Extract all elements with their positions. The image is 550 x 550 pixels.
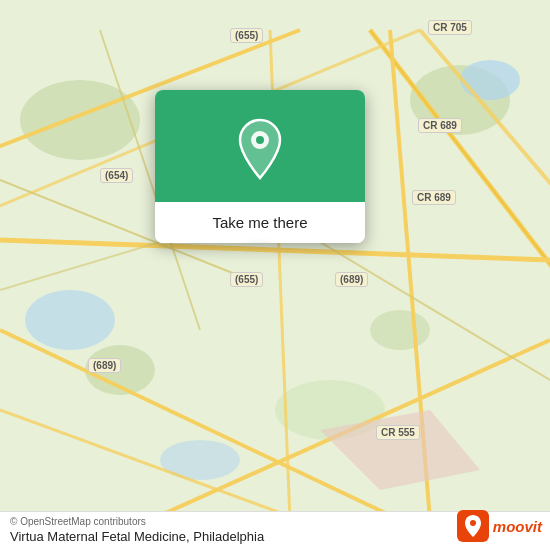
svg-point-3 [460, 60, 520, 100]
svg-point-4 [25, 290, 115, 350]
road-label-689-mid: (689) [335, 272, 368, 287]
svg-point-26 [256, 136, 264, 144]
popup-card: Take me there [155, 90, 365, 243]
location-pin-icon [234, 118, 286, 180]
road-label-cr689-mid: CR 689 [412, 190, 456, 205]
svg-point-1 [20, 80, 140, 160]
road-label-cr705: CR 705 [428, 20, 472, 35]
road-label-cr555: CR 555 [376, 425, 420, 440]
popup-green-area [155, 90, 365, 202]
road-label-cr689-top: CR 689 [418, 118, 462, 133]
map-container: (655) (654) CR 705 CR 689 CR 689 (655) (… [0, 0, 550, 550]
take-me-there-button[interactable]: Take me there [155, 202, 365, 243]
road-label-655-mid: (655) [230, 272, 263, 287]
map-background [0, 0, 550, 550]
moovit-icon [457, 510, 489, 542]
svg-point-8 [370, 310, 430, 350]
road-label-655-top: (655) [230, 28, 263, 43]
moovit-logo: moovit [457, 510, 542, 542]
moovit-text: moovit [493, 518, 542, 535]
road-label-689-left: (689) [88, 358, 121, 373]
road-label-654: (654) [100, 168, 133, 183]
svg-point-28 [470, 520, 476, 526]
